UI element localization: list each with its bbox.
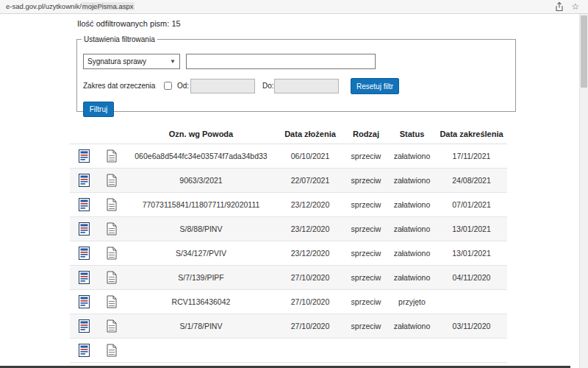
cell-data-zakreslenia: 17/11/2021 <box>436 144 507 168</box>
address-bar[interactable]: e-sad.gov.pl/uzytkownik/mojePisma.aspx <box>6 0 135 13</box>
bookmark-star-icon[interactable]: ☆ <box>570 1 581 12</box>
vertical-scrollbar[interactable] <box>579 14 588 368</box>
signed-document-icon[interactable] <box>70 144 98 168</box>
cell-data-zakreslenia: 03/11/2020 <box>436 314 507 338</box>
date-range-label: Zakres dat orzeczenia <box>83 81 155 91</box>
signed-document-icon[interactable] <box>70 168 98 192</box>
cell-status: załatwiono <box>388 192 436 216</box>
header-icon-col-1 <box>70 124 98 144</box>
cell-rodzaj: sprzeciw <box>344 216 388 241</box>
document-icon[interactable] <box>98 338 126 362</box>
date-range-checkbox[interactable] <box>164 82 172 90</box>
date-from-input[interactable] <box>190 79 255 93</box>
signed-document-icon[interactable] <box>70 241 98 265</box>
table-row: S/7/139/PIPF 27/10/2020 sprzeciw załatwi… <box>70 265 507 289</box>
cell-rodzaj: sprzeciw <box>344 168 388 192</box>
document-icon[interactable] <box>98 216 126 241</box>
cell-data-zakreslenia: 07/01/2021 <box>436 192 507 216</box>
signed-document-icon[interactable] <box>70 314 98 338</box>
cell-status: załatwiono <box>388 265 436 289</box>
cell-data-zlozenia: 27/10/2020 <box>276 289 344 314</box>
cell-status: przyjęto <box>388 289 436 314</box>
cell-data-zakreslenia: 04/11/2020 <box>436 265 507 289</box>
table-row: 9063/3/2021 22/07/2021 sprzeciw załatwio… <box>70 168 507 192</box>
date-from-label: Od: <box>177 81 189 91</box>
document-icon[interactable] <box>98 314 126 338</box>
header-ozn: Ozn. wg Powoda <box>126 124 276 144</box>
signed-document-icon[interactable] <box>70 216 98 241</box>
table-row: S/8/88/PINV 23/12/2020 sprzeciw załatwio… <box>70 216 507 241</box>
cell-rodzaj: sprzeciw <box>344 265 388 289</box>
filter-button[interactable]: Filtruj <box>83 102 114 117</box>
cell-data-zakreslenia: 24/08/2021 <box>436 168 507 192</box>
cell-rodzaj: sprzeciw <box>344 314 388 338</box>
filter-field-select[interactable]: Sygnatura sprawy ▼ <box>83 54 180 69</box>
cell-ozn: S/1/78/PINV <box>126 314 276 338</box>
cell-data-zlozenia: 06/10/2021 <box>276 144 344 168</box>
header-rodzaj: Rodzaj <box>344 124 388 144</box>
cell-status: załatwiono <box>388 314 436 338</box>
browser-chrome: e-sad.gov.pl/uzytkownik/mojePisma.aspx ☆ <box>0 0 588 14</box>
cell-data-zlozenia: 23/12/2020 <box>276 216 344 241</box>
document-icon[interactable] <box>98 144 126 168</box>
cell-data-zlozenia: 23/12/2020 <box>276 241 344 265</box>
table-row: 77073115841/11807711/92020111 23/12/2020… <box>70 192 507 216</box>
cell-data-zlozenia: 27/10/2020 <box>276 314 344 338</box>
header-icon-col-2 <box>98 124 126 144</box>
date-to-input[interactable] <box>274 79 339 93</box>
table-row: S/34/127/PVIV 23/12/2020 sprzeciw załatw… <box>70 241 507 265</box>
document-icon[interactable] <box>98 289 126 314</box>
cell-data-zakreslenia <box>436 338 507 362</box>
scrollbar-thumb[interactable] <box>581 15 587 88</box>
document-icon[interactable] <box>98 192 126 216</box>
header-status: Status <box>388 124 436 144</box>
cell-rodzaj: sprzeciw <box>344 192 388 216</box>
cell-ozn: S/34/127/PVIV <box>126 241 276 265</box>
signed-document-icon[interactable] <box>70 289 98 314</box>
cell-rodzaj: sprzeciw <box>344 289 388 314</box>
url-prefix: e-sad.gov.pl/uzytkownik/ <box>6 2 82 10</box>
cell-data-zakreslenia: 13/01/2021 <box>436 216 507 241</box>
table-header-row: Ozn. wg Powoda Data złożenia Rodzaj Stat… <box>70 124 507 144</box>
filter-field-selected-value: Sygnatura sprawy <box>87 57 146 66</box>
document-icon[interactable] <box>98 265 126 289</box>
cell-rodzaj: sprzeciw <box>344 241 388 265</box>
cell-data-zakreslenia: 13/01/2021 <box>436 241 507 265</box>
cell-status <box>388 338 436 362</box>
cell-data-zlozenia: 27/10/2020 <box>276 265 344 289</box>
table-row: 060e6a8d544fc34e03574f7ada34bd33 06/10/2… <box>70 144 507 168</box>
cell-ozn: S/7/139/PIPF <box>126 265 276 289</box>
cell-status: załatwiono <box>388 144 436 168</box>
chevron-down-icon: ▼ <box>170 58 176 65</box>
cell-data-zlozenia: 22/07/2021 <box>276 168 344 192</box>
cell-ozn: S/8/88/PINV <box>126 216 276 241</box>
share-icon[interactable] <box>554 1 564 12</box>
date-to-label: Do: <box>262 81 274 91</box>
table-row <box>70 338 507 362</box>
document-icon[interactable] <box>98 168 126 192</box>
count-text: Ilość odfiltrowanych pism: <box>77 19 169 28</box>
cell-ozn: 77073115841/11807711/92020111 <box>126 192 276 216</box>
filtered-count-label: Ilość odfiltrowanych pism: 15 <box>77 19 181 28</box>
signed-document-icon[interactable] <box>70 265 98 289</box>
cell-status: załatwiono <box>388 216 436 241</box>
cell-rodzaj: sprzeciw <box>344 144 388 168</box>
cell-ozn: RCV1136436042 <box>126 289 276 314</box>
filter-panel-legend: Ustawienia filtrowania <box>82 35 157 43</box>
browser-window: e-sad.gov.pl/uzytkownik/mojePisma.aspx ☆… <box>0 0 588 368</box>
cell-status: załatwiono <box>388 168 436 192</box>
cell-ozn: 060e6a8d544fc34e03574f7ada34bd33 <box>126 144 276 168</box>
page-content: Ilość odfiltrowanych pism: 15 Ustawienia… <box>0 14 579 368</box>
cell-data-zlozenia: 23/12/2020 <box>276 192 344 216</box>
cell-data-zlozenia <box>276 338 344 362</box>
signed-document-icon[interactable] <box>70 338 98 362</box>
reset-filter-button[interactable]: Resetuj filtr <box>351 78 399 94</box>
filter-value-input[interactable] <box>186 54 376 69</box>
cell-data-zakreslenia <box>436 289 507 314</box>
cell-status: załatwiono <box>388 241 436 265</box>
cell-ozn <box>126 338 276 362</box>
table-row: RCV1136436042 27/10/2020 sprzeciw przyję… <box>70 289 507 314</box>
header-data-zlozenia: Data złożenia <box>276 124 344 144</box>
document-icon[interactable] <box>98 241 126 265</box>
signed-document-icon[interactable] <box>70 192 98 216</box>
